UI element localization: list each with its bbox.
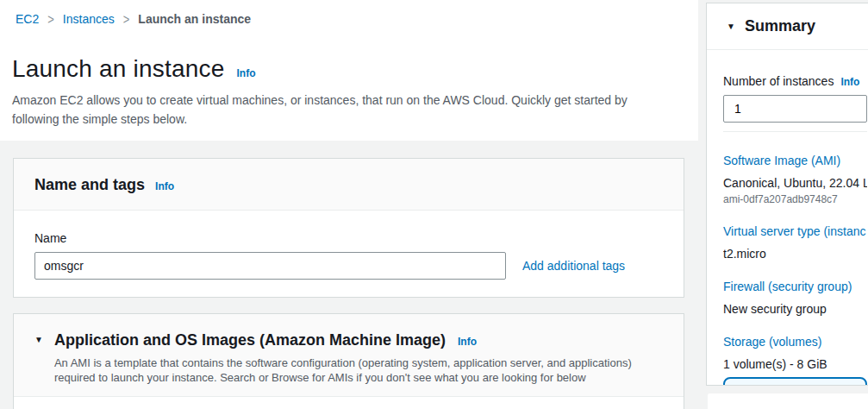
footer-panel xyxy=(708,393,868,409)
name-label: Name xyxy=(34,231,663,245)
page-description: Amazon EC2 allows you to create virtual … xyxy=(0,83,655,129)
title-row: Launch an instance Info xyxy=(0,26,698,83)
number-of-instances-label: Number of instances xyxy=(723,74,834,88)
summary-title: Summary xyxy=(745,17,815,35)
breadcrumb-instances-link[interactable]: Instances xyxy=(63,12,115,26)
summary-group-firewall: Firewall (security group) New security g… xyxy=(723,279,867,317)
summary-group-ami: Software Image (AMI) Canonical, Ubuntu, … xyxy=(723,153,867,206)
page-title: Launch an instance xyxy=(12,55,224,83)
ami-section-description: An AMI is a template that contains the s… xyxy=(54,356,658,385)
instance-type-value: t2.micro xyxy=(723,246,867,261)
ami-section-body xyxy=(14,397,684,409)
name-and-tags-info-link[interactable]: Info xyxy=(155,180,174,192)
storage-value: 1 volume(s) - 8 GiB xyxy=(723,356,867,372)
software-image-value: Canonical, Ubuntu, 22.04 L xyxy=(723,175,867,191)
firewall-link[interactable]: Firewall (security group) xyxy=(723,279,867,294)
ami-header-content: Application and OS Images (Amazon Machin… xyxy=(54,331,663,385)
name-and-tags-section: Name and tags Info Name Add additional t… xyxy=(13,158,684,298)
summary-body: Number of instances Info Software Image … xyxy=(707,74,868,386)
add-additional-tags-link[interactable]: Add additional tags xyxy=(522,259,625,273)
ami-id-value: ami-0df7a207adb9748c7 xyxy=(723,193,867,206)
name-and-tags-header: Name and tags Info xyxy=(14,159,684,211)
ami-section: ▼ Application and OS Images (Amazon Mach… xyxy=(13,313,684,409)
ami-title-line: Application and OS Images (Amazon Machin… xyxy=(54,331,663,349)
summary-header[interactable]: ▼ Summary xyxy=(707,3,868,50)
collapse-triangle-icon[interactable]: ▼ xyxy=(727,22,735,31)
page-header: EC2 > Instances > Launch an instance Lau… xyxy=(0,0,698,141)
page-title-info-link[interactable]: Info xyxy=(236,67,255,79)
breadcrumb-current-page: Launch an instance xyxy=(138,12,251,26)
breadcrumb-ec2-link[interactable]: EC2 xyxy=(16,12,39,26)
free-tier-alert xyxy=(723,377,867,386)
name-and-tags-title: Name and tags xyxy=(34,176,145,194)
chevron-right-icon: > xyxy=(123,11,130,28)
ami-section-header[interactable]: ▼ Application and OS Images (Amazon Mach… xyxy=(14,314,684,397)
security-group-value: New security group xyxy=(723,301,867,317)
storage-volumes-link[interactable]: Storage (volumes) xyxy=(723,334,867,349)
ami-info-link[interactable]: Info xyxy=(458,336,477,348)
name-input-row: Add additional tags xyxy=(34,252,663,280)
ec2-launch-instance-page: EC2 > Instances > Launch an instance Lau… xyxy=(0,0,868,409)
summary-group-instance-type: Virtual server type (instanc t2.micro xyxy=(723,223,867,261)
summary-panel: ▼ Summary Number of instances Info Softw… xyxy=(706,3,868,386)
name-input[interactable] xyxy=(34,252,506,280)
number-of-instances-info-link[interactable]: Info xyxy=(840,76,859,88)
summary-group-storage: Storage (volumes) 1 volume(s) - 8 GiB xyxy=(723,334,867,372)
name-and-tags-body: Name Add additional tags xyxy=(14,211,684,297)
ami-section-title: Application and OS Images (Amazon Machin… xyxy=(54,331,446,349)
virtual-server-type-link[interactable]: Virtual server type (instanc xyxy=(723,223,867,239)
number-of-instances-input[interactable] xyxy=(723,95,867,123)
chevron-right-icon: > xyxy=(47,11,54,28)
collapse-triangle-icon[interactable]: ▼ xyxy=(34,336,43,344)
breadcrumb: EC2 > Instances > Launch an instance xyxy=(0,0,698,26)
software-image-link[interactable]: Software Image (AMI) xyxy=(723,153,867,168)
number-of-instances-row: Number of instances Info xyxy=(723,74,867,88)
summary-divider xyxy=(723,131,867,132)
